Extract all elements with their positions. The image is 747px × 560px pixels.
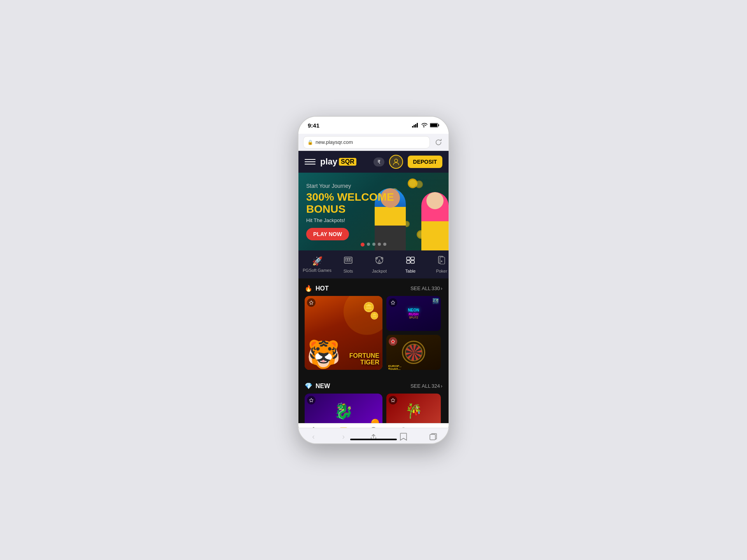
lock-icon: 🔒 — [307, 140, 313, 145]
share-button[interactable] — [366, 430, 381, 444]
category-slots[interactable]: Slots — [333, 253, 364, 276]
banner-dot-5[interactable] — [383, 243, 386, 246]
favorite-button-european-roulette[interactable] — [389, 337, 397, 346]
svg-marker-30 — [309, 398, 313, 402]
favorite-button-red-game[interactable] — [389, 396, 397, 404]
see-all-label: SEE ALL — [410, 285, 431, 291]
new-section-title: 💎 NEW — [305, 382, 330, 390]
favorite-button-dragon[interactable] — [307, 396, 316, 404]
svg-rect-21 — [411, 257, 414, 260]
banner-content: Start Your Journey 300% WELCOMEBONUS Hit… — [306, 183, 441, 241]
hot-section-header: 🔥 HOT SEE ALL 330 › — [298, 278, 449, 296]
banner-dot-4[interactable] — [378, 243, 381, 246]
slots-icon — [344, 256, 353, 267]
category-poker[interactable]: ♠ Poker — [426, 253, 449, 276]
game-card-dragon[interactable]: 🐉 🟠 — [305, 394, 382, 423]
svg-marker-28 — [391, 301, 395, 304]
pgsoft-icon: 🚀 — [312, 256, 323, 266]
logo: play SQR — [320, 157, 369, 167]
new-chevron-right-icon: › — [441, 383, 442, 389]
user-profile-button[interactable] — [389, 155, 403, 169]
svg-rect-3 — [417, 123, 418, 128]
balance-display: ₹ — [374, 158, 384, 166]
favorite-button-fortune-tiger[interactable] — [307, 298, 316, 307]
status-time: 9:41 — [308, 122, 319, 129]
chevron-right-icon: › — [441, 285, 442, 291]
app-header: play SQR ₹ DEPOSIT — [298, 151, 449, 173]
table-icon — [406, 256, 415, 267]
svg-rect-2 — [415, 124, 416, 128]
svg-rect-6 — [438, 124, 439, 126]
favorite-button-neon-rush[interactable] — [389, 298, 397, 307]
game-card-red[interactable]: 🎋 — [386, 394, 441, 423]
promotions-icon — [429, 426, 438, 428]
hero-banner[interactable]: Start Your Journey 300% WELCOMEBONUS Hit… — [298, 173, 449, 250]
svg-point-7 — [395, 159, 398, 162]
nav-home[interactable]: Home — [298, 424, 328, 428]
svg-marker-29 — [391, 340, 395, 343]
forward-button: › — [337, 430, 351, 444]
reload-button[interactable] — [433, 137, 444, 148]
hot-section-title: 🔥 HOT — [305, 285, 329, 292]
svg-rect-48 — [430, 434, 435, 440]
banner-dot-1[interactable] — [361, 243, 365, 247]
jackpot-label: Jackpot — [372, 269, 387, 273]
svg-point-13 — [347, 259, 348, 259]
hot-games-row: 🐯 🪙 🪙 FORTUNETIGER — [298, 296, 449, 376]
back-button[interactable]: ‹ — [307, 430, 321, 444]
pgsoft-label: PGSoft Games — [303, 268, 331, 273]
browser-bar: 🔒 new.playsqr.com — [298, 134, 449, 151]
category-table[interactable]: Table — [395, 253, 426, 276]
svg-rect-23 — [411, 261, 414, 263]
logo-sqr-text: SQR — [339, 158, 356, 166]
sports-icon — [369, 426, 378, 428]
new-see-all[interactable]: SEE ALL 324 › — [410, 383, 442, 389]
play-now-button[interactable]: PLAY NOW — [306, 228, 349, 240]
bottom-navigation: Home Casino — [298, 423, 449, 428]
tabs-button[interactable] — [426, 430, 440, 444]
main-content: 🔥 HOT SEE ALL 330 › 🐯 🪙 — [298, 278, 449, 423]
url-text: new.playsqr.com — [316, 139, 353, 145]
small-cards-column: NEON RUSH SPLITZ 🌃 — [386, 296, 441, 370]
hot-see-all[interactable]: SEE ALL 330 › — [410, 285, 442, 291]
category-bar: 🚀 PGSoft Games Slots — [298, 250, 449, 278]
casino-icon — [339, 426, 348, 428]
category-jackpot[interactable]: Jackpot — [364, 253, 395, 276]
nav-casino[interactable]: Casino — [328, 424, 358, 428]
url-bar[interactable]: 🔒 new.playsqr.com — [303, 136, 430, 149]
game-card-european-roulette[interactable]: EUROP... Roulet... PRO — [386, 335, 441, 370]
category-pgsoft[interactable]: 🚀 PGSoft Games — [302, 254, 333, 275]
banner-dot-3[interactable] — [372, 243, 375, 246]
slots-label: Slots — [344, 269, 353, 273]
svg-rect-22 — [407, 261, 410, 263]
banner-subtitle: Start Your Journey — [306, 183, 441, 189]
deposit-button[interactable]: DEPOSIT — [408, 156, 442, 168]
game-card-neon-rush[interactable]: NEON RUSH SPLITZ 🌃 — [386, 296, 441, 331]
hamburger-menu[interactable] — [305, 159, 316, 164]
wifi-icon — [421, 123, 428, 128]
banner-dot-2[interactable] — [367, 243, 370, 246]
app-content: play SQR ₹ DEPOSIT — [298, 151, 449, 428]
see-all-count: 330 — [431, 285, 440, 291]
browser-bottom-bar: ‹ › — [298, 428, 449, 444]
new-games-row: 🐉 🟠 🎋 — [298, 394, 449, 423]
banner-title: 300% WELCOMEBONUS — [306, 191, 441, 215]
game-card-fortune-tiger[interactable]: 🐯 🪙 🪙 FORTUNETIGER — [305, 296, 382, 370]
svg-point-12 — [345, 259, 346, 259]
nav-live-casino[interactable]: Live Casino — [389, 424, 419, 428]
signal-icon — [412, 123, 419, 128]
battery-icon — [430, 123, 439, 128]
svg-rect-0 — [412, 126, 413, 128]
svg-point-14 — [349, 259, 350, 259]
status-bar: 9:41 — [298, 117, 449, 134]
banner-description: Hit The Jackpots! — [306, 217, 441, 223]
svg-marker-27 — [309, 301, 313, 304]
logo-play-text: play — [320, 157, 337, 167]
nav-promotions[interactable]: Promotions — [419, 424, 449, 428]
new-see-all-count: 324 — [431, 383, 440, 389]
home-indicator — [350, 439, 397, 440]
new-label: NEW — [316, 383, 330, 390]
bookmark-button[interactable] — [396, 430, 410, 444]
new-section-header: 💎 NEW SEE ALL 324 › — [298, 376, 449, 394]
nav-sports[interactable]: Sports — [358, 424, 388, 428]
